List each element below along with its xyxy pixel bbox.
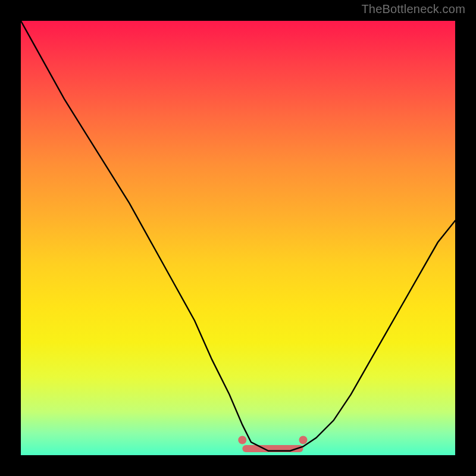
watermark-label: TheBottleneck.com — [361, 2, 465, 16]
curve-layer — [21, 21, 455, 455]
svg-point-2 — [299, 436, 308, 444]
bottleneck-curve — [21, 21, 455, 451]
svg-point-1 — [238, 436, 246, 444]
chart-frame: TheBottleneck.com — [0, 0, 476, 476]
plot-area — [21, 21, 455, 455]
